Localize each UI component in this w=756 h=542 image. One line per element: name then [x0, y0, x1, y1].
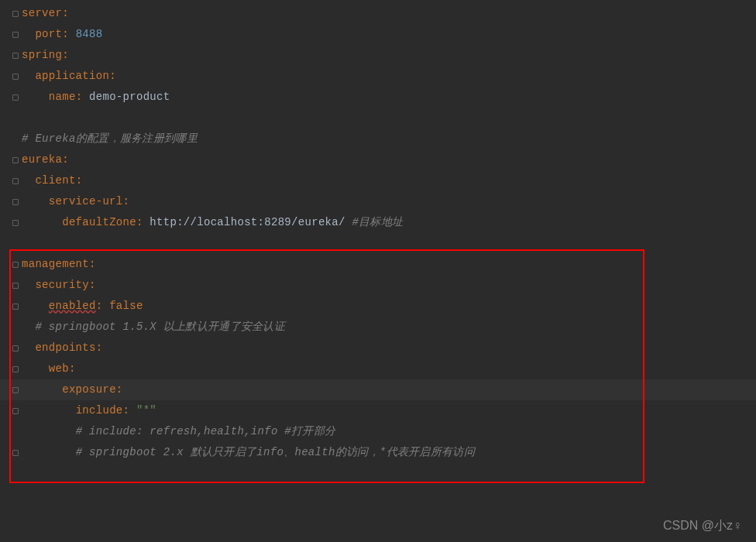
code-content[interactable]: web: [22, 358, 76, 379]
code-line[interactable]: include: "*" [0, 400, 756, 421]
code-line[interactable]: client: [0, 170, 756, 191]
fold-minus-icon[interactable] [12, 10, 19, 18]
gutter-fold-marker[interactable] [9, 156, 22, 164]
code-line[interactable] [0, 108, 756, 129]
fold-minus-icon[interactable] [12, 156, 19, 164]
code-token: #目标地址 [352, 216, 403, 228]
code-content[interactable]: name: demo-product [22, 87, 170, 108]
code-token: management [22, 258, 89, 270]
code-line[interactable]: name: demo-product [0, 87, 756, 108]
code-line[interactable]: exposure: [0, 379, 756, 400]
code-line[interactable]: security: [0, 275, 756, 296]
code-content[interactable]: management: [22, 254, 96, 275]
code-line[interactable] [0, 463, 756, 484]
code-line[interactable]: spring: [0, 45, 756, 66]
code-token: # springboot 2.x 默认只开启了info、health的访问，*代… [76, 446, 475, 458]
gutter-fold-marker[interactable] [9, 219, 22, 227]
fold-minus-icon[interactable] [12, 177, 19, 185]
gutter-fold-marker[interactable] [9, 449, 22, 457]
code-content[interactable]: port: 8488 [22, 24, 102, 45]
fold-minus-icon[interactable] [12, 198, 19, 206]
code-token [22, 195, 49, 208]
gutter-fold-marker[interactable] [9, 31, 22, 39]
fold-minus-icon[interactable] [12, 52, 19, 60]
code-token [22, 279, 35, 291]
code-content[interactable]: # include: refresh,health,info #打开部分 [22, 421, 335, 442]
gutter-fold-marker[interactable] [9, 345, 22, 352]
code-line[interactable]: # springboot 2.x 默认只开启了info、health的访问，*代… [0, 442, 756, 463]
code-token: : [123, 404, 136, 417]
fold-minus-icon[interactable] [12, 94, 19, 101]
gutter-fold-marker[interactable] [9, 177, 22, 185]
gutter-fold-marker[interactable] [9, 365, 22, 373]
code-content[interactable]: exposure: [22, 379, 123, 400]
fold-minus-icon[interactable] [12, 386, 19, 394]
code-content[interactable]: # springboot 1.5.X 以上默认开通了安全认证 [22, 317, 285, 338]
code-line[interactable] [0, 484, 756, 505]
fold-minus-icon[interactable] [12, 345, 19, 352]
code-line[interactable]: web: [0, 358, 756, 379]
code-token: : [96, 341, 103, 354]
fold-minus-icon[interactable] [12, 73, 19, 81]
code-line[interactable]: # Eureka的配置，服务注册到哪里 [0, 129, 756, 149]
fold-minus-icon[interactable] [12, 303, 19, 310]
code-content[interactable]: security: [22, 275, 96, 296]
code-token: : [76, 174, 83, 187]
gutter-fold-marker[interactable] [9, 261, 22, 269]
code-line[interactable]: management: [0, 254, 756, 275]
gutter-fold-marker[interactable] [9, 386, 22, 394]
code-token: : [109, 70, 116, 82]
gutter-fold-marker[interactable] [9, 282, 22, 290]
code-token [22, 341, 35, 354]
code-content[interactable]: server: [22, 3, 69, 24]
code-line[interactable]: application: [0, 66, 756, 87]
code-content[interactable]: enabled: false [22, 296, 143, 317]
gutter-fold-marker[interactable] [9, 52, 22, 60]
gutter-fold-marker[interactable] [9, 73, 22, 81]
code-editor[interactable]: server: port: 8488spring: application: n… [0, 0, 756, 508]
fold-minus-icon[interactable] [12, 365, 19, 373]
code-line[interactable]: service-url: [0, 191, 756, 212]
fold-minus-icon[interactable] [12, 407, 19, 415]
fold-minus-icon[interactable] [12, 31, 19, 39]
code-token: : [89, 279, 96, 291]
code-token: : [116, 383, 123, 396]
code-token [22, 383, 62, 396]
code-line[interactable]: # springboot 1.5.X 以上默认开通了安全认证 [0, 317, 756, 338]
code-content[interactable]: service-url: [22, 191, 129, 212]
code-content[interactable]: spring: [22, 45, 69, 66]
code-token: http://localhost:8289/eureka/ [149, 216, 352, 228]
code-line[interactable]: eureka: [0, 149, 756, 170]
fold-minus-icon[interactable] [12, 219, 19, 227]
gutter-fold-marker[interactable] [9, 198, 22, 206]
fold-minus-icon[interactable] [12, 282, 19, 290]
gutter-fold-marker[interactable] [9, 10, 22, 18]
code-content[interactable]: # springboot 2.x 默认只开启了info、health的访问，*代… [22, 442, 475, 463]
gutter-fold-marker[interactable] [9, 94, 22, 101]
fold-minus-icon[interactable] [12, 449, 19, 457]
fold-minus-icon[interactable] [12, 261, 19, 269]
code-content[interactable]: eureka: [22, 149, 69, 170]
code-line[interactable]: endpoints: [0, 338, 756, 358]
code-line[interactable]: defaultZone: http://localhost:8289/eurek… [0, 212, 756, 233]
code-content[interactable]: # Eureka的配置，服务注册到哪里 [22, 129, 198, 149]
code-content[interactable]: endpoints: [22, 338, 102, 358]
code-line[interactable] [0, 233, 756, 254]
code-token: application [35, 70, 109, 82]
gutter-fold-marker[interactable] [9, 407, 22, 415]
code-token: : [96, 300, 109, 312]
code-line[interactable]: # include: refresh,health,info #打开部分 [0, 421, 756, 442]
code-token: "*" [136, 404, 156, 417]
code-content[interactable]: include: "*" [22, 400, 156, 421]
code-line[interactable]: port: 8488 [0, 24, 756, 45]
code-content[interactable]: application: [22, 66, 116, 87]
code-line[interactable]: server: [0, 3, 756, 24]
code-content[interactable]: defaultZone: http://localhost:8289/eurek… [22, 212, 403, 233]
code-content[interactable]: client: [22, 170, 82, 191]
code-token: spring [22, 49, 62, 61]
code-token: demo-product [89, 91, 170, 103]
gutter-fold-marker[interactable] [9, 303, 22, 310]
code-token: include [76, 404, 123, 417]
code-line[interactable]: enabled: false [0, 296, 756, 317]
code-token: : [123, 195, 130, 208]
